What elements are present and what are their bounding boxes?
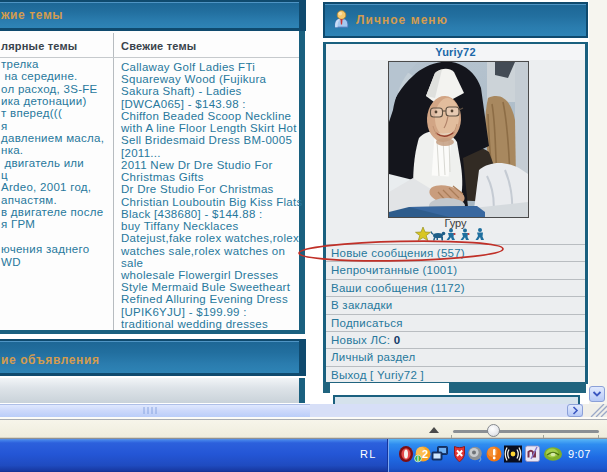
svg-text:i: i: [417, 455, 419, 462]
svg-text:2: 2: [422, 448, 428, 460]
